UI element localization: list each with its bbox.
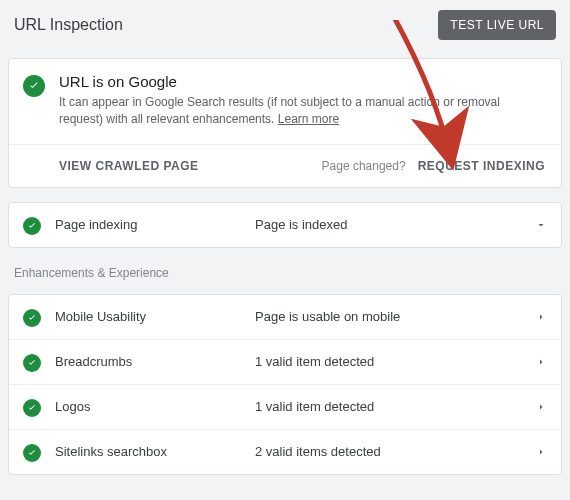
row-value: 1 valid item detected: [255, 399, 535, 414]
check-icon: [23, 309, 41, 327]
sitelinks-searchbox-row[interactable]: Sitelinks searchbox 2 valid items detect…: [9, 430, 561, 474]
chevron-right-icon: [535, 311, 547, 323]
row-value: 1 valid item detected: [255, 354, 535, 369]
test-live-url-button[interactable]: TEST LIVE URL: [438, 10, 556, 40]
check-icon: [23, 217, 41, 235]
mobile-usability-row[interactable]: Mobile Usability Page is usable on mobil…: [9, 295, 561, 340]
indexing-label: Page indexing: [55, 217, 255, 232]
check-icon: [23, 444, 41, 462]
chevron-down-icon: [535, 219, 547, 231]
enhancements-section-header: Enhancements & Experience: [0, 262, 570, 286]
page-title: URL Inspection: [14, 16, 123, 34]
logos-row[interactable]: Logos 1 valid item detected: [9, 385, 561, 430]
row-label: Breadcrumbs: [55, 354, 255, 369]
view-crawled-page-link[interactable]: VIEW CRAWLED PAGE: [59, 159, 199, 173]
indexing-card: Page indexing Page is indexed: [8, 202, 562, 248]
check-icon: [23, 399, 41, 417]
page-indexing-row[interactable]: Page indexing Page is indexed: [9, 203, 561, 247]
page-changed-label: Page changed?: [322, 159, 406, 173]
row-label: Sitelinks searchbox: [55, 444, 255, 459]
row-label: Mobile Usability: [55, 309, 255, 324]
indexing-value: Page is indexed: [255, 217, 535, 232]
enhancements-card: Mobile Usability Page is usable on mobil…: [8, 294, 562, 475]
check-icon: [23, 354, 41, 372]
row-value: Page is usable on mobile: [255, 309, 535, 324]
chevron-right-icon: [535, 446, 547, 458]
check-icon: [23, 75, 45, 97]
request-indexing-button[interactable]: REQUEST INDEXING: [418, 159, 545, 173]
learn-more-link[interactable]: Learn more: [278, 112, 339, 126]
status-description: It can appear in Google Search results (…: [59, 94, 545, 128]
chevron-right-icon: [535, 401, 547, 413]
row-value: 2 valid items detected: [255, 444, 535, 459]
breadcrumbs-row[interactable]: Breadcrumbs 1 valid item detected: [9, 340, 561, 385]
status-title: URL is on Google: [59, 73, 545, 90]
status-card: URL is on Google It can appear in Google…: [8, 58, 562, 188]
row-label: Logos: [55, 399, 255, 414]
chevron-right-icon: [535, 356, 547, 368]
